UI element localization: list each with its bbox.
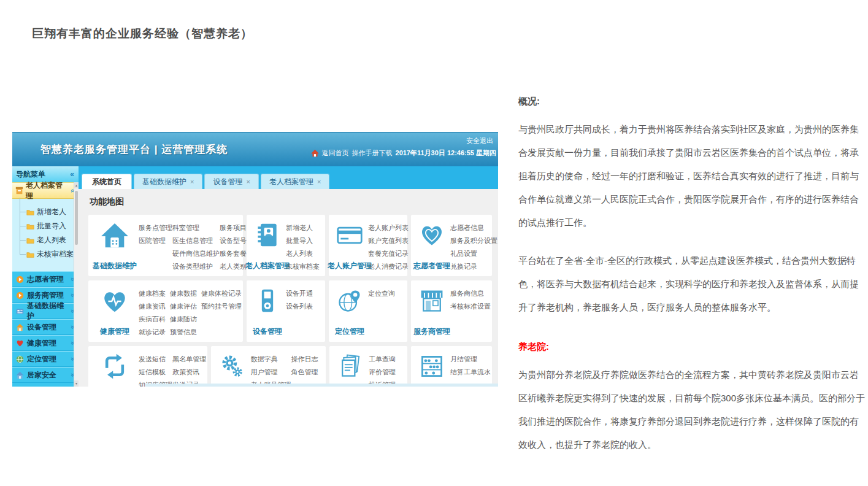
module-link[interactable]: 工单查询 — [369, 353, 406, 366]
module-link[interactable]: 健康评估 — [170, 300, 201, 313]
module-link[interactable]: 健康体检记录 — [201, 287, 242, 300]
sidebar-scrollbar[interactable]: ▲ ▼ — [74, 182, 79, 387]
sidebar-item-label: 居家安全 — [27, 370, 56, 380]
module-link[interactable]: 定位查询 — [368, 287, 406, 300]
scrollbar-thumb[interactable] — [75, 191, 78, 245]
submenu-label: 未核审档案 — [37, 249, 74, 260]
module-title[interactable]: 健康管理 — [100, 326, 129, 337]
submenu-label: 批量导入 — [37, 221, 66, 231]
module-link[interactable]: 医院管理 — [139, 234, 172, 247]
module-link[interactable]: 健康随访 — [170, 313, 201, 326]
tab-base-data[interactable]: 基础数据维护 × — [134, 174, 202, 189]
overview-paragraph: 与贵州民政厅共同成长，着力于贵州将医养结合落实到社区及家庭，为贵州的医养集合发展… — [518, 118, 867, 234]
module-link[interactable]: 发送短信 — [139, 353, 172, 366]
scroll-down-icon[interactable]: ▼ — [74, 380, 79, 387]
module-link[interactable]: 健康资讯 — [139, 300, 170, 313]
module-link[interactable]: 健康数据 — [170, 287, 201, 300]
module-link[interactable]: 疾病百科 — [139, 313, 170, 326]
module-link[interactable]: 服务点管理 — [139, 222, 172, 234]
module-link[interactable]: 设备开通 — [286, 287, 324, 300]
module-title[interactable]: 志愿者管理 — [413, 261, 450, 271]
module-link[interactable]: 套餐充值记录 — [368, 247, 409, 260]
house-icon — [101, 222, 129, 250]
module-link[interactable]: 未核审档案 — [286, 260, 324, 273]
module-link[interactable]: 设备类型维护 — [172, 260, 220, 273]
close-icon[interactable]: × — [190, 178, 194, 185]
module-link[interactable]: 评价管理 — [369, 366, 406, 379]
close-icon[interactable]: × — [246, 178, 250, 185]
submenu-item-unreviewed[interactable]: 未核审档案 — [18, 247, 79, 261]
module-link[interactable]: 用户管理 — [250, 366, 291, 379]
sidebar-item-base-data[interactable]: 基础数据维护 » — [12, 303, 79, 319]
module-title[interactable]: 服务商管理 — [413, 326, 450, 337]
tab-elder-archive[interactable]: 老人档案管理 × — [261, 174, 329, 189]
module-title[interactable]: 基础数据维护 — [93, 261, 137, 271]
module-link[interactable]: 健康档案 — [139, 287, 170, 300]
module-title[interactable]: 老人档案管理 — [245, 261, 290, 271]
documents-icon — [337, 353, 364, 380]
sidebar-item-home-safety[interactable]: 居家安全 » — [12, 367, 79, 383]
submenu-item-batch-import[interactable]: 批量导入 — [18, 219, 79, 233]
module-link[interactable]: 服务商信息 — [450, 287, 491, 300]
module-link[interactable]: 志愿者信息 — [450, 222, 497, 234]
module-link[interactable]: 科室管理 — [172, 222, 220, 234]
sidebar-submenu: 新增老人 批量导入 老人列表 未核审档案 — [12, 199, 79, 271]
manual-download-link[interactable]: 操作手册下载 — [352, 148, 393, 158]
module-link[interactable]: 医生信息管理 — [172, 234, 220, 247]
overview-paragraph: 平台站在了全省-全市-全区的行政模式，从零起点建设医养模式，结合贵州大数据特色，… — [518, 249, 867, 319]
module-link[interactable]: 账户充值列表 — [368, 234, 409, 247]
module-link[interactable]: 角色管理 — [291, 366, 325, 379]
submenu-item-new-elder[interactable]: 新增老人 — [18, 205, 79, 219]
module-link[interactable]: 兑换记录 — [450, 260, 497, 273]
module-link[interactable]: 操作日志 — [291, 353, 325, 366]
sidebar-item-label: 基础数据维护 — [27, 301, 68, 322]
module-card-settlement: 月结管理 结算工单流水 — [411, 346, 492, 387]
module-link[interactable]: 结算工单流水 — [450, 366, 491, 379]
module-link[interactable]: 服务及积分设置 — [450, 234, 497, 247]
close-icon[interactable]: × — [317, 178, 321, 185]
module-card-sms: 发送短信 短信模板 知识库管理 黑名单管理 政策资讯 发送记录 — [88, 346, 207, 387]
module-link[interactable]: 考核标准设置 — [450, 300, 491, 313]
module-link[interactable]: 黑名单管理 — [172, 353, 206, 366]
module-link[interactable]: 礼品设置 — [450, 247, 497, 260]
module-link[interactable]: 月结管理 — [450, 353, 491, 366]
sidebar-item-elder-archive[interactable]: 老人档案管理 « — [12, 182, 79, 199]
module-link[interactable]: 短信模板 — [139, 366, 172, 379]
module-link[interactable]: 老人列表 — [286, 247, 324, 260]
article: 概况: 与贵州民政厅共同成长，着力于贵州将医养结合落实到社区及家庭，为贵州的医养… — [518, 92, 867, 471]
sidebar-item-device[interactable]: 设备管理 » — [12, 319, 79, 335]
abacus-icon — [418, 353, 445, 380]
tab-label: 老人档案管理 — [269, 177, 313, 187]
sidebar-item-health[interactable]: 健康管理 » — [12, 335, 79, 351]
sidebar-item-label: 服务商管理 — [27, 290, 64, 301]
sidebar-item-volunteer[interactable]: 志愿者管理 » — [12, 271, 79, 287]
sidebar-collapse-icon[interactable]: « — [70, 170, 74, 179]
module-card-health: 健康管理 健康档案 健康资讯 疾病百科 就诊记录 健康数据 健康评 — [88, 280, 243, 342]
sidebar-item-location[interactable]: 定位管理 » — [12, 351, 79, 367]
tab-system-home[interactable]: 系统首页 — [82, 174, 132, 189]
module-link[interactable]: 老人账户列表 — [368, 222, 409, 234]
module-link[interactable]: 预警信息 — [170, 326, 201, 339]
module-link[interactable]: 预约挂号管理 — [201, 300, 242, 313]
module-title[interactable]: 设备管理 — [253, 326, 282, 337]
module-title[interactable]: 老人账户管理 — [328, 261, 372, 271]
module-link[interactable]: 硬件商信息维护 — [172, 247, 220, 260]
module-link[interactable]: 数据字典 — [250, 353, 291, 366]
submenu-item-elder-list[interactable]: 老人列表 — [18, 233, 79, 247]
scroll-up-icon[interactable]: ▲ — [74, 182, 79, 188]
function-map-heading: 功能地图 — [90, 196, 492, 207]
submenu-label: 老人列表 — [37, 235, 66, 245]
module-title[interactable]: 定位管理 — [335, 326, 364, 337]
folder-icon — [26, 251, 34, 258]
tab-device[interactable]: 设备管理 × — [204, 174, 258, 189]
module-link[interactable]: 批量导入 — [286, 234, 324, 247]
module-link[interactable]: 设备列表 — [286, 300, 324, 313]
safe-exit-link[interactable]: 安全退出 — [466, 136, 493, 145]
module-link[interactable]: 老人消费记录 — [368, 260, 409, 273]
return-home-link[interactable]: 返回首页 — [322, 148, 349, 158]
module-link[interactable]: 新增老人 — [286, 222, 324, 234]
module-link[interactable]: 就诊记录 — [139, 326, 170, 339]
module-link[interactable]: 政策资讯 — [172, 366, 206, 379]
module-card-base-data: 基础数据维护 服务点管理 医院管理 科室管理 医生信息管理 硬件商信息维护 — [88, 215, 243, 276]
overview-heading: 概况: — [518, 92, 867, 110]
